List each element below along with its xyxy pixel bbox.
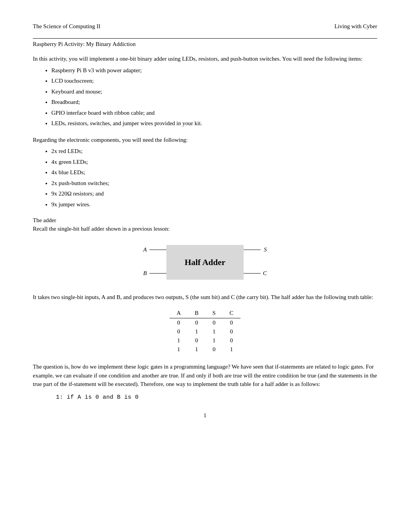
intro-paragraph: In this activity, you will implement a o… xyxy=(33,54,377,63)
label-c: C xyxy=(263,270,267,277)
diagram-box-container: A B Half Adder S C xyxy=(143,241,267,284)
truth-table-header: A B S C xyxy=(169,308,240,318)
cell: 0 xyxy=(188,336,205,345)
list-item: LCD touchscreen; xyxy=(51,76,377,86)
header: The Science of Computing II Living with … xyxy=(33,23,377,30)
list-item: GPIO interface board with ribbon cable; … xyxy=(51,108,377,118)
label-s: S xyxy=(264,246,267,253)
implementation-paragraph: The question is, how do we implement the… xyxy=(33,362,377,389)
header-right: Living with Cyber xyxy=(334,23,377,30)
line-a xyxy=(149,250,166,250)
list-item: 4x green LEDs; xyxy=(51,157,377,167)
cell: 0 xyxy=(169,327,188,336)
table-row: 1 0 1 0 xyxy=(169,336,240,345)
cell: 0 xyxy=(223,318,241,328)
cell: 0 xyxy=(169,318,188,328)
label-a: A xyxy=(143,246,147,253)
cell: 0 xyxy=(205,345,222,354)
cell: 0 xyxy=(223,336,241,345)
cell: 1 xyxy=(205,336,222,345)
truth-table-wrapper: A B S C 0 0 0 0 0 1 1 0 xyxy=(33,308,377,354)
header-left: The Science of Computing II xyxy=(33,23,100,30)
table-row: 0 0 0 0 xyxy=(169,318,240,328)
col-header-a: A xyxy=(169,308,188,318)
code-line: 1: if A is 0 and B is 0 xyxy=(56,394,377,401)
list-item: Raspberry Pi B v3 with power adapter; xyxy=(51,66,377,76)
half-adder-diagram: A B Half Adder S C xyxy=(143,241,267,284)
list-item: 2x red LEDs; xyxy=(51,146,377,156)
intro-items-list: Raspberry Pi B v3 with power adapter; LC… xyxy=(51,66,377,129)
cell: 1 xyxy=(188,327,205,336)
cell: 1 xyxy=(188,345,205,354)
adder-box-label: Half Adder xyxy=(185,257,225,267)
page: The Science of Computing II Living with … xyxy=(0,0,410,532)
col-header-b: B xyxy=(188,308,205,318)
list-item: 4x blue LEDs; xyxy=(51,168,377,178)
line-s xyxy=(244,250,261,250)
list-item: Breadboard; xyxy=(51,97,377,107)
page-number: 1 xyxy=(33,412,377,419)
label-b: B xyxy=(143,270,147,277)
electronics-paragraph: Regarding the electronic components, you… xyxy=(33,136,377,144)
table-row: 0 1 1 0 xyxy=(169,327,240,336)
cell: 0 xyxy=(205,318,222,328)
list-item: 2x push-button switches; xyxy=(51,178,377,189)
electronics-items-list: 2x red LEDs; 4x green LEDs; 4x blue LEDs… xyxy=(51,146,377,209)
activity-title: Raspberry Pi Activity: My Binary Addicti… xyxy=(33,41,377,48)
cell: 1 xyxy=(223,345,241,354)
cell: 1 xyxy=(169,336,188,345)
table-row: 1 1 0 1 xyxy=(169,345,240,354)
line-c xyxy=(244,273,261,274)
col-header-c: C xyxy=(223,308,241,318)
truth-table: A B S C 0 0 0 0 0 1 1 0 xyxy=(169,308,240,354)
list-item: Keyboard and mouse; xyxy=(51,87,377,97)
cell: 0 xyxy=(188,318,205,328)
col-header-s: S xyxy=(205,308,222,318)
list-item: 9x jumper wires. xyxy=(51,200,377,210)
description-text: It takes two single-bit inputs, A and B,… xyxy=(33,293,377,302)
cell: 0 xyxy=(223,327,241,336)
header-divider xyxy=(33,38,377,39)
cell: 1 xyxy=(205,327,222,336)
line-b xyxy=(149,273,166,274)
recall-text: Recall the single-bit half adder shown i… xyxy=(33,224,377,233)
list-item: 9x 220Ω resistors; and xyxy=(51,189,377,199)
adder-box: Half Adder xyxy=(166,245,244,280)
truth-table-body: 0 0 0 0 0 1 1 0 1 0 1 0 1 xyxy=(169,318,240,354)
truth-table-header-row: A B S C xyxy=(169,308,240,318)
cell: 1 xyxy=(169,345,188,354)
adder-heading: The adder xyxy=(33,217,377,224)
list-item: LEDs, resistors, switches, and jumper wi… xyxy=(51,119,377,129)
